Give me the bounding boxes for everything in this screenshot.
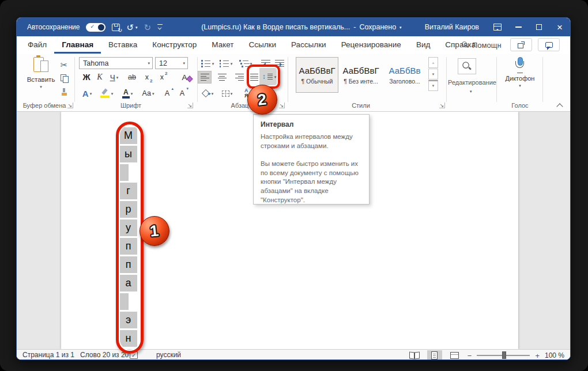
title-separator: - <box>353 23 356 31</box>
page-info[interactable]: Страница 1 из 1 <box>22 350 74 360</box>
undo-button[interactable]: ↺ ▾ <box>126 23 137 32</box>
cut-button[interactable]: ✂ <box>57 58 71 71</box>
web-layout-button[interactable] <box>447 350 462 360</box>
quick-access-more-icon[interactable] <box>157 24 163 30</box>
share-button[interactable] <box>510 38 532 51</box>
save-status[interactable]: Сохранено <box>359 23 396 31</box>
grow-font-button[interactable]: А▲ <box>163 87 176 100</box>
group-divider <box>446 57 447 102</box>
minimize-button[interactable] <box>508 18 529 36</box>
paste-button[interactable]: Вставить ▾ <box>24 56 58 89</box>
align-right-button[interactable] <box>232 71 246 84</box>
bullets-icon <box>201 59 211 67</box>
collapse-ribbon-icon[interactable] <box>556 103 563 109</box>
word-window: Автосохранение ✓ ↻ ↺ ▾ ↻ (Lumpics.ru) Ка… <box>16 17 571 360</box>
zoom-level[interactable]: 100 % <box>545 350 564 361</box>
text-effects-button[interactable]: А ▾ <box>79 87 95 100</box>
styles-dialog-launcher[interactable]: ↘ <box>439 103 445 108</box>
clipboard-group-label: Буфер обмена <box>19 102 70 110</box>
annotation-text-oval <box>116 122 144 354</box>
font-color-button[interactable]: А ▾ <box>118 87 137 100</box>
ribbon-tab[interactable]: Макет <box>204 36 241 54</box>
paste-label: Вставить <box>27 76 55 83</box>
style-normal[interactable]: АаБбВвГ ¶ Обычный <box>296 57 338 93</box>
text-highlight-button[interactable]: ▾ <box>97 87 116 100</box>
shading-button[interactable]: ▾ <box>199 87 216 100</box>
numbering-button[interactable]: ▾ <box>218 58 233 69</box>
ribbon-tab[interactable]: Конструктор <box>145 36 204 54</box>
language-indicator[interactable]: русский <box>156 350 181 360</box>
toggle-knob <box>98 24 104 31</box>
maximize-button[interactable] <box>529 18 549 36</box>
font-color-icon: А <box>122 89 130 99</box>
font-dialog-launcher[interactable]: ↘ <box>187 103 193 108</box>
window-title: (Lumpics.ru) Как в Ворде писать вертикал… <box>201 18 401 36</box>
font-size-combobox[interactable]: 12 ▾ <box>155 57 188 69</box>
chevron-down-icon: ▾ <box>111 92 114 96</box>
paragraph-dialog-launcher[interactable]: ↘ <box>279 103 285 108</box>
ribbon-tab-row: ФайлГлавнаяВставкаКонструкторМакетСсылки… <box>17 36 570 54</box>
editing-label[interactable]: Редактирование <box>448 79 496 87</box>
chevron-down-icon: ▾ <box>470 89 472 93</box>
style-heading[interactable]: АаБбВв Заголово... <box>383 57 426 93</box>
italic-button[interactable]: К <box>94 71 105 84</box>
group-divider <box>288 57 288 102</box>
change-case-button[interactable]: Аа ▾ <box>139 87 157 100</box>
align-right-icon <box>235 74 244 81</box>
bullets-button[interactable]: ▾ <box>200 58 215 69</box>
read-mode-button[interactable] <box>407 350 422 360</box>
borders-icon <box>222 90 229 97</box>
zoom-slider-thumb[interactable] <box>502 351 506 359</box>
user-name[interactable]: Виталий Каиров <box>425 23 479 31</box>
group-divider <box>542 57 543 102</box>
ribbon-tab[interactable]: Файл <box>20 36 54 54</box>
ribbon-tab[interactable]: Главная <box>54 36 101 54</box>
ribbon-tab[interactable]: Вид <box>409 36 438 54</box>
underline-button[interactable]: Ч ▾ <box>107 71 122 84</box>
format-painter-button[interactable] <box>57 86 71 99</box>
dictate-button[interactable]: Диктофон ▾ <box>501 57 539 88</box>
subscript-icon: x <box>145 73 149 81</box>
styles-scroll-up-button[interactable]: ▲ <box>428 57 438 68</box>
chevron-down-icon: ▾ <box>135 25 138 29</box>
print-layout-button[interactable] <box>427 350 442 360</box>
subscript-button[interactable]: x2 <box>142 71 155 84</box>
copy-icon <box>61 74 68 82</box>
shrink-font-button[interactable]: А▼ <box>178 87 191 100</box>
ribbon-display-options-button[interactable] <box>487 18 508 36</box>
ribbon-tab[interactable]: Рецензирование <box>334 36 409 54</box>
zoom-out-button[interactable]: − <box>468 352 472 359</box>
zoom-in-button[interactable]: + <box>535 352 540 359</box>
autosave-toggle[interactable]: ✓ <box>86 23 105 32</box>
zoom-slider[interactable] <box>477 355 530 356</box>
align-left-button[interactable] <box>198 71 212 84</box>
align-center-icon <box>218 74 227 81</box>
close-button[interactable]: × <box>549 18 570 36</box>
strikethrough-button[interactable]: ab <box>125 71 139 84</box>
find-icon <box>462 62 472 71</box>
comments-button[interactable] <box>538 38 560 51</box>
align-center-button[interactable] <box>215 71 229 84</box>
font-name-combobox[interactable]: Tahoma ▾ <box>79 57 153 69</box>
chevron-down-icon: ▾ <box>399 25 402 29</box>
editing-button-icon-box[interactable] <box>458 58 476 74</box>
style-no-spacing[interactable]: АаБбВвГ ¶ Без инте... <box>340 57 382 93</box>
clipboard-dialog-launcher[interactable]: ↘ <box>67 103 73 108</box>
ribbon-tab[interactable]: Вставка <box>101 36 145 54</box>
superscript-button[interactable]: x2 <box>157 71 170 84</box>
help-search-box[interactable]: Помощн <box>462 39 504 51</box>
sync-icon: ↻ <box>118 28 122 33</box>
styles-gallery-more-button[interactable]: ▼ <box>428 80 438 91</box>
ribbon-tab[interactable]: Рассылки <box>284 36 334 54</box>
save-icon[interactable]: ↻ <box>112 24 120 31</box>
clear-formatting-button[interactable]: А <box>177 71 192 84</box>
maximize-icon <box>536 24 542 30</box>
copy-button[interactable] <box>57 72 71 85</box>
styles-scroll-down-button[interactable]: ▼ <box>428 69 438 80</box>
redo-icon[interactable]: ↻ <box>144 23 152 32</box>
ribbon-tab[interactable]: Ссылки <box>242 36 284 54</box>
styles-group-label: Стили <box>296 102 426 110</box>
borders-button[interactable]: ▾ <box>218 87 236 100</box>
text-effects-icon: А <box>82 89 89 99</box>
bold-button[interactable]: Ж <box>80 71 93 84</box>
